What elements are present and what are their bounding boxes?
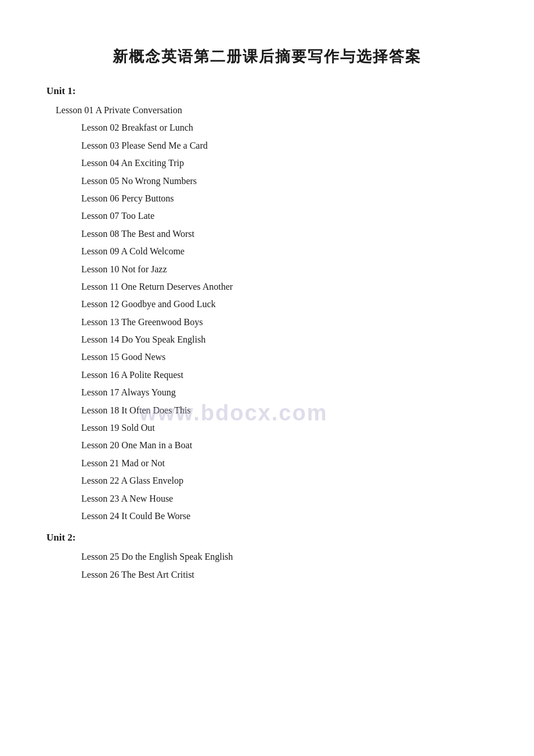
list-item: Lesson 21 Mad or Not	[46, 455, 488, 472]
list-item: Lesson 10 Not for Jazz	[46, 261, 488, 278]
list-item: Lesson 02 Breakfast or Lunch	[46, 119, 488, 136]
list-item: Lesson 13 The Greenwood Boys	[46, 314, 488, 331]
list-item: Lesson 26 The Best Art Critist	[46, 566, 488, 584]
list-item: Lesson 08 The Best and Worst	[46, 225, 488, 243]
list-item: Lesson 05 No Wrong Numbers	[46, 172, 488, 190]
list-item: Lesson 12 Goodbye and Good Luck	[46, 296, 488, 313]
list-item: Lesson 07 Too Late	[46, 207, 488, 225]
list-item: Lesson 06 Percy Buttons	[46, 190, 488, 207]
list-item: Lesson 03 Please Send Me a Card	[46, 137, 488, 154]
unit-2: Unit 2:Lesson 25 Do the English Speak En…	[46, 532, 488, 584]
list-item: Lesson 25 Do the English Speak English	[46, 548, 488, 566]
list-item: Lesson 17 Always Young	[46, 384, 488, 401]
unit-label-2: Unit 2:	[46, 532, 488, 543]
list-item: Lesson 16 A Polite Request	[46, 366, 488, 384]
list-item: Lesson 14 Do You Speak English	[46, 331, 488, 348]
list-item: Lesson 24 It Could Be Worse	[46, 507, 488, 525]
list-item: Lesson 15 Good News	[46, 348, 488, 366]
unit-1: Unit 1:Lesson 01 A Private ConversationL…	[46, 85, 488, 525]
unit-label-1: Unit 1:	[46, 85, 488, 97]
list-item: Lesson 19 Sold Out	[46, 419, 488, 437]
list-item: Lesson 18 It Often Does This	[46, 402, 488, 419]
page-title: 新概念英语第二册课后摘要写作与选择答案	[46, 46, 488, 67]
list-item: Lesson 23 A New House	[46, 490, 488, 507]
list-item: Lesson 22 A Glass Envelop	[46, 472, 488, 489]
list-item: Lesson 01 A Private Conversation	[46, 102, 488, 119]
page-content: 新概念英语第二册课后摘要写作与选择答案 Unit 1:Lesson 01 A P…	[46, 46, 488, 584]
list-item: Lesson 11 One Return Deserves Another	[46, 278, 488, 296]
list-item: Lesson 09 A Cold Welcome	[46, 243, 488, 260]
list-item: Lesson 04 An Exciting Trip	[46, 154, 488, 172]
units-container: Unit 1:Lesson 01 A Private ConversationL…	[46, 85, 488, 584]
list-item: Lesson 20 One Man in a Boat	[46, 437, 488, 454]
